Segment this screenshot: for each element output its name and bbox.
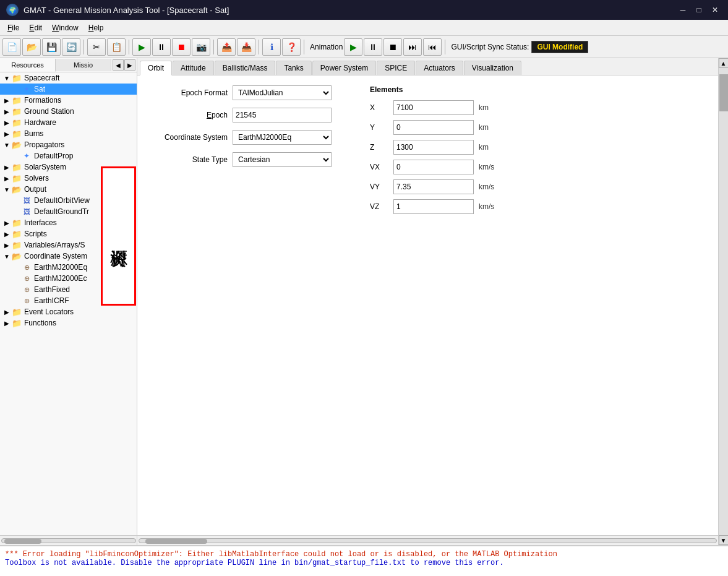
element-label-vy: VY [370,183,388,191]
pause-button[interactable]: ⏸ [152,38,171,56]
tab-spice[interactable]: SPICE [377,61,415,75]
v-scrollbar[interactable]: ▲ ▼ [718,58,728,545]
save-button[interactable]: 💾 [42,38,61,56]
tab-actuators[interactable]: Actuators [416,61,463,75]
separator-5 [304,40,304,54]
vscroll-down-button[interactable]: ▼ [719,535,729,545]
tree-item-propagators[interactable]: ▼ 📂 Propagators [0,139,137,150]
expand-propagators[interactable]: ▼ [2,142,11,148]
maximize-button[interactable]: □ [692,3,706,17]
vscroll-up-button[interactable]: ▲ [719,58,729,68]
sidebar-scroll-track[interactable] [1,538,136,543]
close-button[interactable]: ✕ [708,3,722,17]
vscroll-thumb[interactable] [719,74,728,111]
help-button[interactable]: ❓ [282,38,301,56]
anim-play-button[interactable]: ▶ [344,38,362,56]
menu-edit[interactable]: Edit [24,22,47,34]
sidebar: Resources Missio ◀ ▶ ▼ 📁 Spacecraft ✦ Sa… [0,58,137,545]
menu-window[interactable]: Window [47,22,84,34]
sidebar-hscroll[interactable] [0,535,137,545]
state-type-select[interactable]: CartesianKeplerianModifiedKeplerian [233,152,332,167]
tree-item-functions[interactable]: ▶ 📁 Functions [0,317,137,329]
anim-pause-button[interactable]: ⏸ [364,38,382,56]
sidebar-scroll-thumb[interactable] [4,539,41,544]
new-button[interactable]: 📄 [2,38,21,56]
expand-groundstation[interactable]: ▶ [2,108,11,115]
element-input-vy[interactable] [393,179,474,194]
tree-item-groundstation[interactable]: ▶ 📁 Ground Station [0,106,137,117]
expand-coordsystem[interactable]: ▼ [2,253,11,260]
expand-interfaces[interactable]: ▶ [2,220,11,226]
menu-file[interactable]: File [2,22,24,34]
right-panel-hscroll[interactable] [137,535,718,545]
expand-formations[interactable]: ▶ [2,97,11,104]
tab-resources[interactable]: Resources [0,59,56,72]
expand-solvers[interactable]: ▶ [2,175,11,182]
epoch-input[interactable] [233,108,332,123]
tree-item-formations[interactable]: ▶ 📁 Formations [0,95,137,106]
tree-item-hardware[interactable]: ▶ 📁 Hardware [0,117,137,128]
anim-stop-button[interactable]: ⏹ [383,38,402,56]
tree-item-burns[interactable]: ▶ 📁 Burns [0,128,137,139]
screenshot-button[interactable]: 📷 [192,38,210,56]
refresh-button[interactable]: 🔄 [62,38,80,56]
label-earthfixed: EarthFixed [34,285,70,294]
sidebar-nav-back[interactable]: ◀ [113,59,124,71]
menu-help[interactable]: Help [84,22,109,34]
element-row-x: X km [370,100,708,115]
anim-forward-button[interactable]: ⏭ [403,38,422,56]
folder-icon-groundstation: 📁 [11,106,22,116]
tab-orbit[interactable]: Orbit [140,61,172,75]
element-input-z[interactable] [393,140,474,155]
sync-label: GUI/Script Sync Status: [451,43,529,51]
window-controls[interactable]: ─ □ ✕ [676,3,722,17]
minimize-button[interactable]: ─ [676,3,690,17]
expand-spacecraft[interactable]: ▼ [2,75,11,82]
expand-variables[interactable]: ▶ [2,242,11,249]
expand-output[interactable]: ▼ [2,186,11,193]
open-button[interactable]: 📂 [22,38,41,56]
export-button[interactable]: 📤 [217,38,236,56]
tab-visualization[interactable]: Visualization [464,61,521,75]
tab-bar: Orbit Attitude Ballistic/Mass Tanks Powe… [137,58,718,75]
tab-tanks[interactable]: Tanks [276,61,311,75]
folder-icon-variables: 📁 [11,240,22,250]
cut-button[interactable]: ✂ [87,38,106,56]
expand-hardware[interactable]: ▶ [2,119,11,126]
coord-system-label: Coordinate System [147,133,228,142]
coord-system-row: Coordinate System EarthMJ2000EqEarthFixe… [147,130,345,145]
copy-button[interactable]: 📋 [107,38,126,56]
tab-attitude[interactable]: Attitude [173,61,214,75]
epoch-format-select[interactable]: TAIModJulianUTCGregorianUTCModJulian [233,85,332,100]
expand-functions[interactable]: ▶ [2,320,11,327]
run-button[interactable]: ▶ [132,38,151,56]
sidebar-nav-forward[interactable]: ▶ [124,59,135,71]
expand-eventlocators[interactable]: ▶ [2,309,11,316]
stop-button[interactable]: ⏹ [172,38,191,56]
right-hscroll-thumb[interactable] [145,539,207,544]
tree-item-sat[interactable]: ✦ Sat [0,84,137,95]
right-hscroll-track[interactable] [139,538,717,543]
element-unit-y: km [479,123,489,132]
tab-ballistic-mass[interactable]: Ballistic/Mass [215,61,276,75]
element-input-vx[interactable] [393,160,474,174]
anim-back-button[interactable]: ⏮ [423,38,442,56]
info-button[interactable]: ℹ [262,38,281,56]
coord-system-select[interactable]: EarthMJ2000EqEarthFixedEarthICRF [233,130,332,145]
element-input-vz[interactable] [393,199,474,214]
element-row-vx: VX km/s [370,160,708,174]
tree-item-spacecraft[interactable]: ▼ 📁 Spacecraft [0,72,137,84]
expand-solarsystem[interactable]: ▶ [2,164,11,171]
tab-power-system[interactable]: Power System [312,61,376,75]
tree-item-eventlocators[interactable]: ▶ 📁 Event Locators [0,306,137,317]
folder-icon-coordsystem: 📂 [11,251,22,261]
import-button[interactable]: 📥 [237,38,255,56]
tab-mission[interactable]: Missio [56,59,111,71]
vscroll-track[interactable] [719,68,729,535]
tree-item-defaultprop[interactable]: ✦ DefaultProp [0,150,137,161]
expand-scripts[interactable]: ▶ [2,231,11,238]
element-input-y[interactable] [393,120,474,135]
element-input-x[interactable] [393,100,474,115]
label-earthmj2000eq: EarthMJ2000Eq [34,263,87,272]
expand-burns[interactable]: ▶ [2,131,11,137]
